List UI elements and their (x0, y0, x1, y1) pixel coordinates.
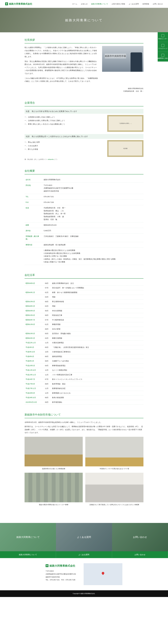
list-item: 希望に満ちた楽しい生きがいのある職場を築こう (25, 122, 103, 126)
table-row: 昭和62年5月05月室空防水 罪地盤の補強 (25, 332, 143, 336)
nav-item[interactable]: お問い合わせ (153, 2, 163, 6)
main-nav: ホームお知らせ姫路大同青果についてお取引様向け情報よくある質問採用情報お問い合わ… (72, 2, 163, 6)
market-caption: 半庶的ずくバナナ引馬の役をあるバナナ室 (100, 468, 129, 470)
list-item: 公的使命を自覚し社会に貢献しよう (25, 116, 103, 118)
nav-item[interactable]: よくある質問 (129, 2, 139, 6)
footer-tel: TEL：079-245-7101 FAX：079-245-7106 (46, 578, 76, 582)
calendar-icon (161, 54, 164, 57)
table-row: 所在地〒672-8023兵庫県姫路市白浜町字万代新開甲912番姫路市中央卸売市場 (25, 182, 143, 194)
table-row: 昭和42年6月06月野立青果仲卸場 (25, 299, 143, 304)
list-item: 重ねよ誠と信用 (25, 141, 103, 144)
copyright-bar: Copyright © 姫路大同青果株式会社. (0, 590, 168, 597)
calligraphy-note: 書：青山別氏（詳しくは外部サイト wikipedia にて） (25, 158, 143, 161)
table-row: 昭和49年3月03月増資 (25, 304, 143, 308)
market-cell: 場金の高湿や透明が妨けるシャッター静庫 (25, 473, 83, 506)
table-row: 平成29年10月06月集有の前改新製 (25, 396, 143, 400)
section-overview: 会社概要 会社名姫路大同青果株式会社所在地〒672-8023兵庫県姫路市白浜町字… (25, 168, 143, 265)
footer-addr2: 姫路市中央卸売市場 (46, 576, 76, 578)
table-row: TEL079-245-7101 (25, 194, 143, 200)
table-row: 平成3年5月05月「行動計画」（次世代育成支援対策推進法）策立 (25, 345, 143, 350)
table-row: 創業昭和38年9月10日 (25, 222, 143, 228)
market-image (25, 473, 83, 502)
sig-name: 水谷 雍一 (136, 90, 143, 92)
footer-nav-item[interactable]: お問い合わせ (112, 551, 168, 558)
footer-nav-item[interactable]: よくある質問 (56, 551, 112, 558)
site-header: 姫路大同青果株式会社 ホームお知らせ姫路大同青果についてお取引様向け情報よくある… (0, 0, 168, 8)
table-row: 07月添分合認可 東一台地場において営業開始 (25, 286, 143, 290)
table-row: 昭和38年9月09月姫路大同青果株式会社 設立 (25, 281, 143, 286)
market-lead: 令和5年9月13日、姫路市中央卸売市場は延田町から白浜町へ移転し、リニューアルオ… (25, 421, 143, 434)
footer-nav: 姫路大同青果についてよくある質問お問い合わせ (0, 551, 168, 558)
table-row: 昭和52年9月09月阿室改造工事 (25, 313, 143, 318)
calendar-icon (161, 34, 164, 37)
market-caption: 場金の高湿や透明が妨けるシャッター静庫 (39, 503, 68, 506)
market-cell: 設備会力にて青汚底道している事な社ちスタッフにはありがたい休眠庫 (85, 473, 143, 506)
table-row: 営業範囲（農大事業）三井住友銀行 三菱東京UFJ銀行 兵庫信漁銀 (25, 234, 143, 242)
heading-market: 新姫路市中央卸売市場について (25, 412, 143, 418)
heading-history: 会社沿革 (25, 273, 143, 278)
side-tab[interactable]: 姫路野菜のご紹介 (158, 52, 168, 62)
cta-card[interactable]: 姫路大同青果について (0, 523, 56, 551)
table-row: FAX079-245-7106 (25, 200, 143, 205)
nav-item[interactable]: ホーム (72, 2, 77, 6)
heading-president: 社長挨拶 (25, 38, 143, 44)
market-caption: 設備会力にて青汚底道している事な社ちスタッフにはありがたい休眠庫 (90, 503, 139, 506)
table-row: 平成27年11月11月新磨場停線址決定 (25, 386, 143, 391)
footer-map[interactable] (83, 563, 122, 585)
hero-title: 姫路大同青果について (65, 18, 103, 23)
nav-item[interactable]: 採用情報 (142, 2, 149, 6)
footer-addr1: 兵庫県姫路市白浜町甲912番地1920番号154 (46, 573, 76, 576)
table-row: 03月増資 (25, 295, 143, 300)
president-signature: 姫路大同青果株式会社 代表取締役社長 水谷 雍一 (25, 87, 143, 93)
table-row: 昭和63年3月03月事務引場増築 (25, 336, 143, 340)
market-caption: 温度管理の行き届いた大事業倉庫 (42, 468, 65, 470)
section-president: 社長挨拶 私たち姫路大同青果は、「この使命を自覚し社会に貢献しよう」「幸福に満ち… (25, 38, 143, 92)
sig-title: 代表取締役社長 (123, 90, 134, 92)
table-row: 会社名姫路大同青果株式会社 (25, 177, 143, 182)
sig-company: 姫路大同青果株式会社 (25, 87, 143, 90)
president-paragraph: これらの施設を最大限活用するとともに、ICT活用など更なる効率化に取り組み、「当… (25, 77, 98, 83)
overview-table: 会社名姫路大同青果株式会社所在地〒672-8023兵庫県姫路市白浜町字万代新開甲… (25, 177, 143, 265)
footer-nav-item[interactable]: 姫路大同青果について (0, 551, 56, 558)
table-row: 昭和40年2月02月東青 卸ナセリ場青果部別館開場 (25, 290, 143, 295)
site-logo[interactable]: 姫路大同青果株式会社 (5, 2, 32, 6)
table-row: 資本金5,400万円 (25, 228, 143, 234)
footer-body: 姫路大同青果株式会社 〒672-8023 兵庫県姫路市白浜町甲912番地1920… (0, 558, 168, 590)
table-row: 平成10年5月04月事事増加線更増設 (25, 363, 143, 368)
market-image (25, 437, 83, 466)
table-row: 平成24年7月07月新ネトコンピュータシステムリプレイス (25, 377, 143, 382)
table-row: 平成28年9月12月新環境調におりをかえる (25, 391, 143, 396)
section-philosophy: 企業理念 社是 私たちの方針を実現させるために従業員でめんでいます 公的使命を自… (25, 100, 143, 161)
nav-item[interactable]: お取引様向け情報 (112, 2, 125, 6)
footer-logo: 姫路大同青果株式会社 (46, 563, 76, 568)
table-row: 08月休日の変更 (25, 327, 143, 332)
market-cell: 半庶的ずくバナナ引馬の役をあるバナナ室 (85, 437, 143, 470)
side-tab[interactable]: アクセスマップ (158, 42, 168, 52)
site-name: 姫路大同青果株式会社 (9, 2, 32, 6)
president-paragraph: 私たち姫路大同青果は、「この使命を自覚し社会に貢献しよう」「幸福に満ちた楽しい生… (25, 46, 98, 58)
table-row: 昭和60年7月07月中小配車棟完成 (25, 318, 143, 322)
hero-banner: 姫路大同青果について (0, 8, 168, 32)
market-image (85, 437, 143, 466)
market-image (85, 473, 143, 502)
list-item: たゆまぬ努力 (25, 144, 103, 147)
nav-item[interactable]: お知らせ (81, 2, 88, 6)
cta-card[interactable]: よくある質問 (56, 523, 112, 551)
side-tab[interactable]: 市況カレンダー (158, 32, 168, 42)
table-row: 平成13年11月11月バナナ青果室形式完封工事 (25, 372, 143, 377)
shaze-list: 公的使命を自覚し社会に貢献しよう公的使命を自覚し社業を通じて社会に貢献しよう希望… (25, 116, 103, 126)
nav-item[interactable]: 姫路大同青果について (91, 2, 108, 6)
table-row: 事業内容姫路信用金庫 収小姫用金庫 (25, 242, 143, 248)
logo-icon (5, 2, 8, 5)
shakun-frame-photo: 社訓 書 (107, 140, 143, 157)
cta-card[interactable]: お問い合わせ (112, 523, 168, 551)
table-row: 2023年9月13日09月新市場宮移転 (25, 400, 143, 404)
wikipedia-link[interactable]: wikipedia (48, 158, 53, 160)
side-tab-group: 市況カレンダーアクセスマップ姫路野菜のご紹介 (158, 32, 168, 62)
calendar-icon (161, 44, 164, 47)
table-row: 平成8年4月06月主婦館下らーばの併設 (25, 359, 143, 364)
section-history: 会社沿革 昭和38年9月09月姫路大同青果株式会社 設立07月添分合認可 東一台… (25, 273, 143, 405)
table-row: 平成元年11月11月付属冷温棟増設 (25, 340, 143, 345)
history-table: 昭和38年9月09月姫路大同青果株式会社 設立07月添分合認可 東一台地場におい… (25, 281, 143, 405)
subheading-shaze: 社是 私たちの方針を実現させるために従業員でめんでいます (25, 109, 143, 114)
